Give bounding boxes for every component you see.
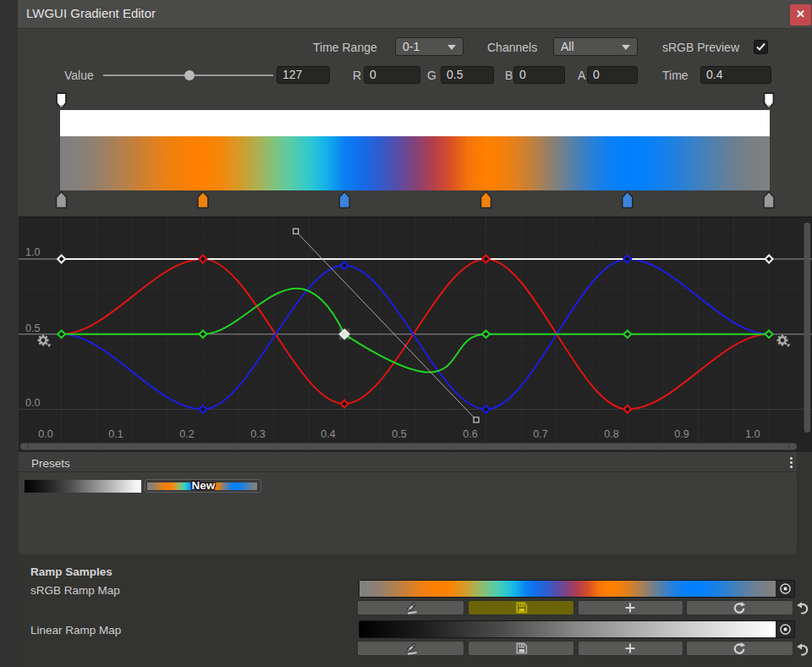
svg-text:0.7: 0.7 — [533, 428, 547, 440]
svg-text:0.3: 0.3 — [250, 428, 265, 440]
svg-text:0.0: 0.0 — [25, 397, 40, 409]
svg-text:0.8: 0.8 — [604, 428, 618, 440]
svg-text:1.0: 1.0 — [25, 246, 40, 258]
svg-text:0.0: 0.0 — [38, 428, 52, 440]
svg-text:0.5: 0.5 — [392, 428, 406, 440]
svg-text:1.0: 1.0 — [745, 428, 760, 440]
svg-text:0.9: 0.9 — [674, 428, 689, 440]
svg-text:0.5: 0.5 — [25, 322, 40, 334]
svg-text:0.4: 0.4 — [321, 428, 335, 440]
svg-text:0.6: 0.6 — [463, 428, 477, 440]
svg-text:0.2: 0.2 — [179, 428, 194, 440]
svg-text:0.1: 0.1 — [108, 428, 123, 440]
